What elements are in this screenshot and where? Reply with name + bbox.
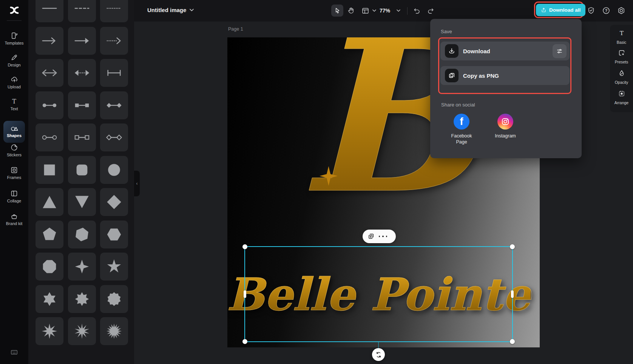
panel-collapse-button[interactable]: ‹ xyxy=(134,171,140,196)
shape-tile-star-6[interactable] xyxy=(36,285,63,313)
panel-item-opacity[interactable]: Opacity xyxy=(610,69,633,85)
download-menu-item[interactable]: Download xyxy=(440,42,570,60)
shape-tile-square[interactable] xyxy=(36,156,63,184)
capcut-logo[interactable] xyxy=(8,5,20,16)
design-icon xyxy=(0,54,28,62)
right-properties-panel: T Basic Presets Opacity Arrange xyxy=(610,25,633,112)
download-all-button[interactable]: Download all xyxy=(536,4,585,16)
sidebar-item-brand-kit[interactable]: Brand kit xyxy=(0,212,28,226)
shape-tile-triangle-up[interactable] xyxy=(36,188,63,216)
sidebar-item-label: Collage xyxy=(0,199,28,203)
layout-tool-button[interactable] xyxy=(360,5,371,16)
shape-tile-line-dotted[interactable] xyxy=(100,0,128,22)
panel-item-basic[interactable]: T Basic xyxy=(610,29,633,45)
shape-tile-arrow-double-dotted[interactable] xyxy=(68,59,96,87)
share-instagram-button[interactable]: Instagram xyxy=(489,114,522,139)
help-button[interactable]: ? xyxy=(602,6,610,15)
connector-squares-filled-icon xyxy=(73,97,91,114)
safety-shield-button[interactable] xyxy=(587,6,595,15)
selection-handle-bottom-left[interactable] xyxy=(242,339,247,344)
shape-tile-burst-8[interactable] xyxy=(36,317,63,345)
sidebar-item-templates[interactable]: Templates xyxy=(0,32,28,45)
shape-tile-connector-diamonds-filled[interactable] xyxy=(100,91,128,119)
selection-handle-top-right[interactable] xyxy=(510,244,515,249)
panel-item-arrange[interactable]: Arrange xyxy=(610,90,633,106)
shape-tile-line-endcaps[interactable] xyxy=(100,59,128,87)
download-settings-button[interactable] xyxy=(553,44,567,58)
duplicate-button[interactable] xyxy=(367,233,375,240)
shape-tile-star-8[interactable] xyxy=(68,285,96,313)
shapes-panel xyxy=(28,0,134,364)
share-facebook-button[interactable]: f Facebook Page xyxy=(445,114,478,145)
shape-tile-hexagon-pointy[interactable] xyxy=(68,221,96,248)
shape-tile-octagon[interactable] xyxy=(36,253,63,281)
zoom-chevron[interactable] xyxy=(396,8,401,13)
keyboard-shortcuts-icon[interactable] xyxy=(10,348,19,356)
triangle-up-icon xyxy=(41,193,58,211)
shape-tile-burst-10[interactable] xyxy=(68,317,96,345)
copy-as-png-menu-item[interactable]: Copy as PNG xyxy=(440,66,570,85)
shape-tile-arrow-filled[interactable] xyxy=(68,27,96,55)
select-tool-button[interactable] xyxy=(331,5,343,17)
hand-tool-button[interactable] xyxy=(346,5,356,16)
sidebar-item-label: Text xyxy=(0,106,28,111)
selection-handle-bottom-right[interactable] xyxy=(510,339,515,344)
shape-tile-hexagon-flat[interactable] xyxy=(100,221,128,248)
sidebar-item-design[interactable]: Design xyxy=(0,54,28,67)
line-dotted-icon xyxy=(105,0,123,17)
templates-icon xyxy=(0,32,28,40)
shape-tile-rounded-square[interactable] xyxy=(68,156,96,184)
shape-tile-arrow-double-open[interactable] xyxy=(36,59,63,87)
shape-tile-arrow-dotted[interactable] xyxy=(100,27,128,55)
hexagon-flat-icon xyxy=(105,226,123,243)
selection-handle-top-left[interactable] xyxy=(242,244,247,249)
shape-tile-connector-diamonds-outline[interactable] xyxy=(100,123,128,151)
document-title[interactable]: Untitled image xyxy=(147,7,194,13)
sidebar-item-label: Frames xyxy=(0,175,28,180)
shape-tile-connector-circles-outline[interactable] xyxy=(36,123,63,151)
undo-button[interactable] xyxy=(412,6,422,16)
sidebar-item-shapes[interactable]: Shapes xyxy=(3,121,25,143)
topbar: Untitled image 77% Download all xyxy=(134,0,633,22)
zoom-level[interactable]: 77% xyxy=(380,8,390,14)
shape-tile-line-dashed[interactable] xyxy=(68,0,96,22)
panel-item-presets[interactable]: Presets xyxy=(610,49,633,65)
shape-tile-arrow-open[interactable] xyxy=(36,27,63,55)
shape-tile-circle[interactable] xyxy=(100,156,128,184)
shape-tile-diamond[interactable] xyxy=(100,188,128,216)
connector-circles-outline-icon xyxy=(41,129,58,146)
selection-handle-left[interactable] xyxy=(244,290,246,298)
svg-text:T: T xyxy=(619,30,623,37)
shape-tile-star-4[interactable] xyxy=(68,253,96,281)
selection-box[interactable] xyxy=(244,246,513,342)
sidebar-item-collage[interactable]: Collage xyxy=(0,190,28,203)
shape-tile-connector-squares-outline[interactable] xyxy=(68,123,96,151)
settings-button[interactable] xyxy=(617,6,625,15)
copy-image-icon xyxy=(445,69,459,82)
shape-tile-scallop-10[interactable] xyxy=(100,285,128,313)
sidebar-item-label: Stickers xyxy=(0,153,28,157)
sidebar-item-upload[interactable]: Upload xyxy=(0,76,28,89)
copy-as-png-label: Copy as PNG xyxy=(463,72,499,79)
layout-chevron[interactable] xyxy=(372,8,377,13)
shield-check-icon xyxy=(587,6,595,15)
shape-tile-connector-squares-filled[interactable] xyxy=(68,91,96,119)
shape-tile-star-5[interactable] xyxy=(100,253,128,281)
arrange-icon xyxy=(610,90,633,97)
sidebar-item-frames[interactable]: Frames xyxy=(0,166,28,180)
sidebar-item-text[interactable]: T Text xyxy=(0,97,28,111)
sidebar-item-stickers[interactable]: Stickers xyxy=(0,143,28,157)
shape-tile-pentagon[interactable] xyxy=(36,221,63,248)
redo-button[interactable] xyxy=(426,6,435,16)
shape-tile-line-solid[interactable] xyxy=(36,0,63,22)
more-options-button[interactable] xyxy=(379,236,387,237)
shape-tile-connector-circles-filled[interactable] xyxy=(36,91,63,119)
svg-text:?: ? xyxy=(605,9,607,13)
selection-handle-right[interactable] xyxy=(511,290,514,298)
shape-tile-triangle-down[interactable] xyxy=(68,188,96,216)
burst-8-icon xyxy=(41,322,58,340)
connector-diamonds-filled-icon xyxy=(105,97,123,114)
rotate-button[interactable] xyxy=(372,348,385,361)
shape-tile-burst-16[interactable] xyxy=(100,317,128,345)
scallop-10-icon xyxy=(105,290,123,308)
